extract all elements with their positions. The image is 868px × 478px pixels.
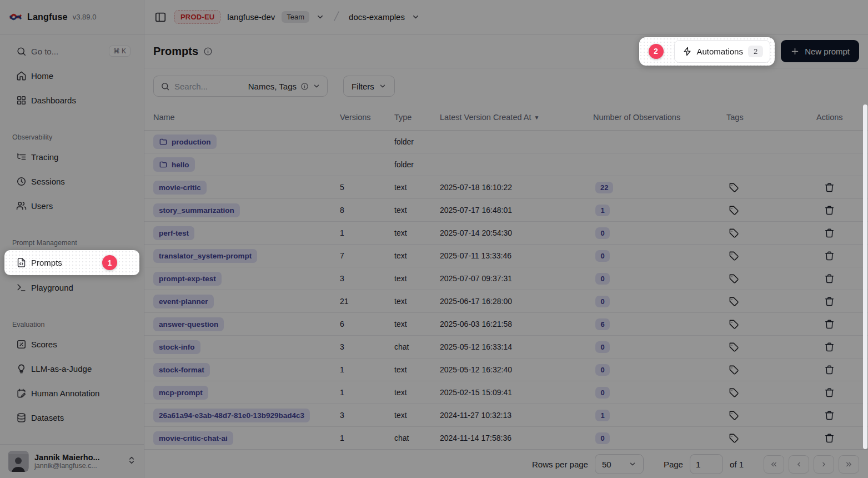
org-name[interactable]: langfuse-dev — [227, 12, 275, 22]
prompt-name-badge[interactable]: translator_system-prompt — [153, 249, 257, 263]
delete-icon[interactable] — [822, 340, 837, 355]
sidebar-item-llm-judge[interactable]: LLM-as-a-Judge — [7, 356, 137, 381]
new-prompt-button[interactable]: New prompt — [781, 40, 859, 62]
table-scrollbar[interactable] — [863, 104, 867, 449]
account-menu[interactable]: Jannik Maierho... jannik@langfuse.c... — [0, 444, 144, 478]
sidebar-item-sessions[interactable]: Sessions — [7, 169, 137, 193]
sidebar-item-dashboards[interactable]: Dashboards — [7, 88, 137, 112]
sidebar-item-label: Dashboards — [31, 96, 76, 105]
tag-icon[interactable] — [726, 362, 741, 377]
chevron-down-icon[interactable] — [316, 13, 324, 21]
delete-icon[interactable] — [822, 180, 837, 195]
table-row[interactable]: prompt-exp-test 3 text 2025-07-07 09:37:… — [144, 267, 868, 290]
prompt-name-badge[interactable]: movie-critic — [153, 181, 207, 195]
sidebar-item-tracing[interactable]: Tracing — [7, 145, 137, 169]
previous-page-button[interactable] — [789, 455, 809, 474]
prompt-name: production — [172, 138, 211, 146]
table-row[interactable]: translator_system-prompt 7 text 2025-07-… — [144, 245, 868, 267]
environment-badge[interactable]: PROD-EU — [174, 10, 220, 24]
column-header-versions[interactable]: Versions — [340, 113, 394, 122]
search-scope-select[interactable]: Names, Tags — [248, 82, 320, 91]
prompt-name-badge[interactable]: prompt-exp-test — [153, 272, 222, 286]
sidebar-item-scores[interactable]: Scores — [7, 332, 137, 356]
page-label: Page — [664, 460, 683, 469]
column-header-created-at[interactable]: Latest Version Created At ▼ — [440, 113, 593, 122]
page-input[interactable] — [690, 454, 723, 474]
panel-left-icon[interactable] — [153, 10, 168, 24]
tag-icon[interactable] — [726, 340, 741, 355]
last-page-button[interactable] — [839, 455, 859, 474]
delete-icon[interactable] — [822, 385, 837, 400]
prompt-name-badge[interactable]: mcp-prompt — [153, 386, 208, 400]
prompt-name-badge[interactable]: answer-question — [153, 317, 224, 331]
created-at-cell: 2025-07-11 13:33:46 — [440, 251, 593, 260]
column-header-observations[interactable]: Number of Observations — [593, 113, 726, 122]
delete-icon[interactable] — [822, 431, 837, 446]
tag-icon[interactable] — [726, 226, 741, 241]
chevron-right-icon — [820, 460, 828, 469]
delete-icon[interactable] — [822, 203, 837, 218]
search-icon — [16, 46, 27, 57]
tag-icon[interactable] — [726, 385, 741, 400]
table-row[interactable]: stock-format 1 text 2025-05-12 16:32:40 … — [144, 359, 868, 381]
table-row[interactable]: production folder — [144, 131, 868, 153]
prompt-name: mcp-prompt — [159, 389, 203, 397]
delete-icon[interactable] — [822, 317, 837, 332]
sidebar-item-playground[interactable]: Playground — [7, 275, 137, 300]
search-input[interactable] — [174, 82, 244, 91]
delete-icon[interactable] — [822, 226, 837, 241]
tag-icon[interactable] — [726, 431, 741, 446]
tag-icon[interactable] — [726, 248, 741, 263]
tag-icon[interactable] — [726, 317, 741, 332]
sidebar-item-users[interactable]: Users — [7, 193, 137, 218]
chevron-down-icon — [379, 82, 387, 90]
table-row[interactable]: event-planner 21 text 2025-06-17 16:28:0… — [144, 290, 868, 313]
delete-icon[interactable] — [822, 248, 837, 263]
rows-per-page-select[interactable]: 50 — [595, 454, 644, 474]
sidebar-item-home[interactable]: Home — [7, 63, 137, 88]
tag-icon[interactable] — [726, 294, 741, 309]
automations-button[interactable]: Automations 2 — [674, 40, 771, 63]
table-row[interactable]: story_summarization 8 text 2025-07-17 16… — [144, 199, 868, 222]
tag-icon[interactable] — [726, 271, 741, 286]
prompt-name-badge[interactable]: stock-format — [153, 363, 210, 377]
next-page-button[interactable] — [814, 455, 834, 474]
sidebar-item-human-annotation[interactable]: Human Annotation — [7, 381, 137, 405]
table-row[interactable]: 26a61a94-e3ab-48d7-81e0-13b929bad4c3 3 t… — [144, 404, 868, 427]
table-row[interactable]: stock-info 3 chat 2025-05-12 16:33:14 0 — [144, 336, 868, 359]
prompt-name-badge[interactable]: story_summarization — [153, 203, 240, 217]
table-row[interactable]: movie-critic 5 text 2025-07-18 16:10:22 … — [144, 176, 868, 199]
delete-icon[interactable] — [822, 294, 837, 309]
table-row[interactable]: perf-test 1 text 2025-07-14 20:54:30 0 — [144, 222, 868, 245]
table-row[interactable]: hello folder — [144, 153, 868, 176]
delete-icon[interactable] — [822, 362, 837, 377]
created-at-cell: 2025-06-03 16:21:58 — [440, 320, 593, 328]
prompt-name-badge[interactable]: perf-test — [153, 226, 194, 240]
delete-icon[interactable] — [822, 271, 837, 286]
tag-icon[interactable] — [726, 408, 741, 423]
column-header-type[interactable]: Type — [394, 113, 440, 122]
prompt-name-badge[interactable]: movie-critic-chat-ai — [153, 431, 233, 445]
prompt-name-badge[interactable]: hello — [153, 157, 195, 172]
rows-per-page-label: Rows per page — [532, 460, 588, 469]
table-row[interactable]: mcp-prompt 1 text 2025-02-15 15:09:41 0 — [144, 381, 868, 404]
prompt-name-badge[interactable]: event-planner — [153, 295, 214, 308]
info-icon[interactable] — [203, 47, 213, 56]
tag-icon[interactable] — [726, 180, 741, 195]
table-row[interactable]: answer-question 6 text 2025-06-03 16:21:… — [144, 313, 868, 336]
prompt-name-badge[interactable]: 26a61a94-e3ab-48d7-81e0-13b929bad4c3 — [153, 409, 310, 422]
tag-icon[interactable] — [726, 203, 741, 218]
table-row[interactable]: movie-critic-chat-ai 1 chat 2024-11-14 1… — [144, 427, 868, 450]
project-name[interactable]: docs-examples — [349, 12, 405, 22]
chevron-down-icon[interactable] — [412, 13, 420, 21]
app-name: Langfuse — [27, 12, 68, 22]
column-header-name[interactable]: Name — [153, 113, 340, 122]
sidebar-item-prompts[interactable]: Prompts 1 — [7, 251, 137, 275]
delete-icon[interactable] — [822, 408, 837, 423]
filters-button[interactable]: Filters — [343, 76, 395, 97]
prompt-name-badge[interactable]: stock-info — [153, 340, 200, 354]
goto-search[interactable]: Go to... ⌘ K — [7, 39, 137, 63]
prompt-name-badge[interactable]: production — [153, 135, 217, 149]
sidebar-item-datasets[interactable]: Datasets — [7, 405, 137, 430]
first-page-button[interactable] — [764, 455, 784, 474]
